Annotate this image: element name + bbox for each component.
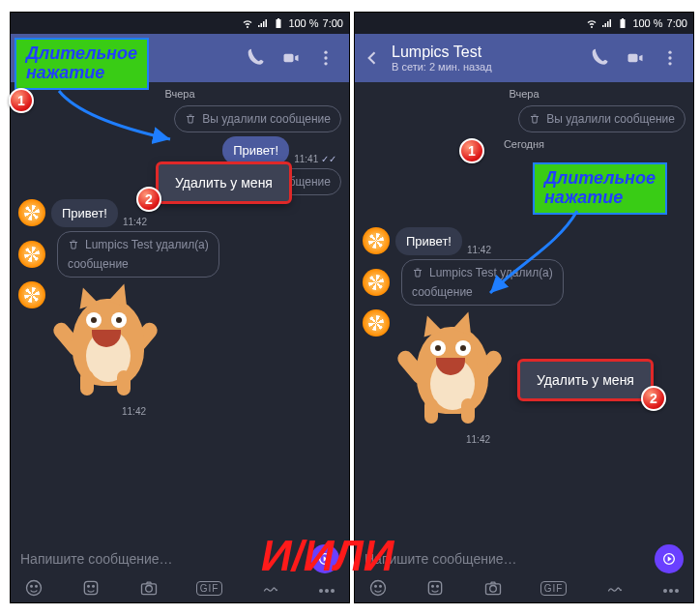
camera-button[interactable] bbox=[483, 578, 503, 598]
svg-rect-2 bbox=[284, 54, 294, 62]
svg-point-7 bbox=[27, 581, 42, 596]
sticker-button[interactable] bbox=[425, 578, 445, 598]
camera-button[interactable] bbox=[139, 578, 159, 598]
battery-pct: 100 % bbox=[288, 17, 318, 29]
svg-point-29 bbox=[489, 586, 496, 593]
peer-deleted-message[interactable]: Lumpics Test удалил(а) сообщение bbox=[363, 259, 685, 306]
svg-point-19 bbox=[668, 56, 671, 59]
video-call-button[interactable] bbox=[618, 48, 653, 68]
svg-point-22 bbox=[371, 581, 386, 596]
more-tools-button[interactable] bbox=[318, 579, 335, 597]
emoji-button[interactable] bbox=[24, 578, 44, 598]
deleted-message-out[interactable]: Вы удалили сообщение bbox=[18, 105, 341, 132]
composer: Напишите сообщение… GIF bbox=[355, 544, 693, 602]
badge-2: 2 bbox=[136, 187, 161, 212]
message-hello-in[interactable]: Привет! 11:42 bbox=[363, 227, 685, 255]
svg-point-3 bbox=[324, 51, 327, 54]
svg-point-8 bbox=[31, 586, 33, 588]
chat-header: Lumpics Test В сети: 2 мин. назад bbox=[355, 34, 693, 82]
message-hello-in[interactable]: Привет! 11:42 bbox=[18, 199, 341, 227]
svg-point-5 bbox=[324, 62, 327, 65]
trash-icon bbox=[412, 267, 423, 278]
sticker-message[interactable] bbox=[18, 281, 341, 397]
svg-rect-0 bbox=[277, 19, 281, 28]
read-ticks-icon: ✓✓ bbox=[321, 154, 336, 164]
svg-point-20 bbox=[668, 62, 671, 65]
more-button[interactable] bbox=[653, 48, 687, 68]
doodle-button[interactable] bbox=[605, 578, 625, 598]
context-menu-delete-for-me[interactable]: Удалить у меня bbox=[158, 163, 290, 202]
svg-rect-1 bbox=[277, 18, 279, 19]
avatar[interactable] bbox=[18, 241, 45, 268]
avatar[interactable] bbox=[18, 281, 45, 308]
svg-point-12 bbox=[93, 586, 95, 588]
svg-point-23 bbox=[375, 586, 377, 588]
deleted-message-out[interactable]: Вы удалили сообщение bbox=[363, 105, 685, 132]
wifi-icon bbox=[586, 17, 598, 29]
chat-body: Вчера Вы удалили сообщение Сегодня Приве… bbox=[355, 82, 693, 546]
svg-point-26 bbox=[432, 586, 434, 588]
svg-rect-16 bbox=[622, 18, 624, 19]
battery-pct: 100 % bbox=[632, 17, 662, 29]
more-button[interactable] bbox=[308, 48, 343, 68]
or-label: И/ИЛИ bbox=[261, 532, 394, 580]
message-hello-out[interactable]: Привет! 11:41 ✓✓ bbox=[18, 136, 341, 164]
message-input[interactable]: Напишите сообщение… bbox=[365, 551, 655, 567]
doodle-button[interactable] bbox=[261, 578, 280, 598]
cat-sticker[interactable] bbox=[55, 281, 161, 397]
avatar[interactable] bbox=[363, 309, 390, 337]
context-menu-delete-for-me[interactable]: Удалить у меня bbox=[519, 361, 652, 399]
day-separator-yesterday: Вчера bbox=[11, 88, 349, 100]
callout-longpress: Длительноенажатие bbox=[533, 162, 667, 215]
back-button[interactable] bbox=[361, 48, 384, 68]
svg-rect-17 bbox=[628, 54, 638, 62]
status-bar: 100 % 7:00 bbox=[355, 13, 693, 34]
day-separator-today: Сегодня bbox=[355, 138, 693, 150]
svg-point-24 bbox=[380, 586, 382, 588]
trash-icon bbox=[529, 113, 540, 125]
gif-button[interactable]: GIF bbox=[540, 581, 568, 596]
signal-icon bbox=[601, 17, 613, 29]
signal-icon bbox=[257, 17, 269, 29]
svg-point-4 bbox=[324, 56, 327, 59]
day-separator-yesterday: Вчера bbox=[355, 88, 693, 100]
clock: 7:00 bbox=[323, 17, 343, 29]
status-bar: 100 % 7:00 bbox=[11, 13, 349, 34]
video-call-button[interactable] bbox=[274, 48, 308, 68]
trash-icon bbox=[185, 113, 196, 125]
cat-sticker[interactable] bbox=[399, 309, 506, 425]
battery-icon bbox=[273, 17, 284, 29]
call-button[interactable] bbox=[239, 48, 274, 68]
svg-point-18 bbox=[668, 51, 671, 54]
avatar[interactable] bbox=[363, 227, 390, 254]
emoji-button[interactable] bbox=[368, 578, 388, 598]
badge-1: 1 bbox=[9, 88, 34, 113]
avatar[interactable] bbox=[18, 199, 45, 226]
chat-body: Вчера Вы удалили сообщение Привет! 11:41… bbox=[11, 82, 349, 546]
header-title[interactable]: Lumpics Test В сети: 2 мин. назад bbox=[384, 44, 583, 73]
sticker-button[interactable] bbox=[81, 578, 101, 598]
peer-deleted-message[interactable]: Lumpics Test удалил(а) сообщение bbox=[18, 231, 341, 278]
badge-1: 1 bbox=[459, 138, 484, 163]
svg-point-27 bbox=[437, 586, 439, 588]
wifi-icon bbox=[242, 17, 253, 29]
battery-icon bbox=[617, 17, 628, 29]
send-button[interactable] bbox=[655, 544, 684, 573]
more-tools-button[interactable] bbox=[662, 579, 680, 597]
badge-2: 2 bbox=[641, 386, 666, 411]
gif-button[interactable]: GIF bbox=[196, 581, 223, 596]
svg-point-9 bbox=[36, 586, 38, 588]
svg-rect-15 bbox=[621, 19, 626, 28]
svg-point-11 bbox=[88, 586, 90, 588]
svg-point-14 bbox=[145, 586, 152, 593]
call-button[interactable] bbox=[583, 48, 618, 68]
callout-longpress: Длительноенажатие bbox=[15, 38, 149, 90]
avatar[interactable] bbox=[363, 269, 390, 296]
clock: 7:00 bbox=[667, 17, 687, 29]
trash-icon bbox=[68, 239, 79, 250]
